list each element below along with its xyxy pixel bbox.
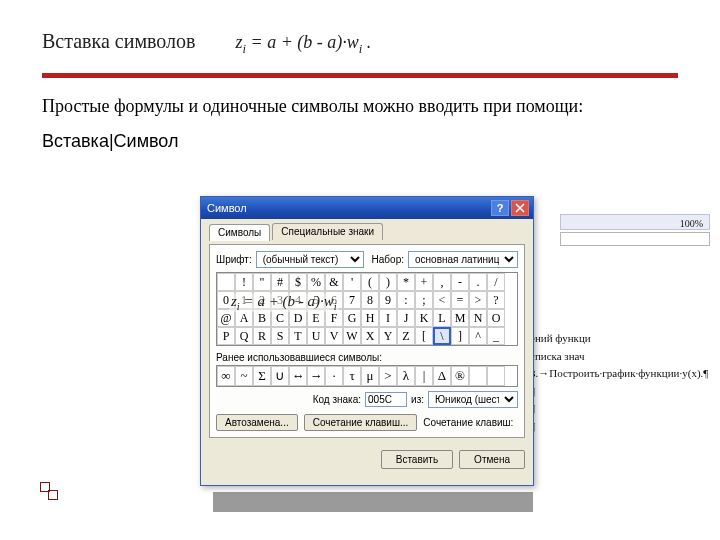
- char-cell[interactable]: %: [307, 273, 325, 291]
- char-cell[interactable]: ]: [451, 327, 469, 345]
- char-cell[interactable]: @: [217, 309, 235, 327]
- recent-char-cell[interactable]: λ: [397, 366, 415, 386]
- char-cell[interactable]: 9: [379, 291, 397, 309]
- char-cell[interactable]: P: [217, 327, 235, 345]
- char-cell[interactable]: ?: [487, 291, 505, 309]
- char-cell[interactable]: ;: [415, 291, 433, 309]
- char-cell[interactable]: G: [343, 309, 361, 327]
- char-cell[interactable]: K: [415, 309, 433, 327]
- char-cell[interactable]: \: [433, 327, 451, 345]
- char-cell[interactable]: Y: [379, 327, 397, 345]
- close-button[interactable]: [511, 200, 529, 216]
- dialog-titlebar[interactable]: Символ ?: [201, 197, 533, 219]
- char-cell[interactable]: S: [271, 327, 289, 345]
- doc-text-line: ¶: [530, 383, 710, 401]
- tab-special-chars[interactable]: Специальные знаки: [272, 223, 383, 240]
- shortcut-label: Сочетание клавиш:: [423, 417, 513, 428]
- character-grid[interactable]: zi = a + (b - a)·wi !"#$%&'()*+,-./01234…: [216, 272, 518, 346]
- recent-char-cell[interactable]: Σ: [253, 366, 271, 386]
- char-cell[interactable]: ": [253, 273, 271, 291]
- code-label: Код знака:: [313, 394, 361, 405]
- char-cell[interactable]: (: [361, 273, 379, 291]
- char-cell[interactable]: [: [415, 327, 433, 345]
- char-cell[interactable]: $: [289, 273, 307, 291]
- char-cell[interactable]: Z: [397, 327, 415, 345]
- recent-char-cell[interactable]: [469, 366, 487, 386]
- char-cell[interactable]: 8: [361, 291, 379, 309]
- recent-char-cell[interactable]: ~: [235, 366, 253, 386]
- recent-char-cell[interactable]: ·: [325, 366, 343, 386]
- recent-char-cell[interactable]: →: [307, 366, 325, 386]
- char-cell[interactable]: V: [325, 327, 343, 345]
- insert-button[interactable]: Вставить: [381, 450, 453, 469]
- char-cell[interactable]: /: [487, 273, 505, 291]
- recent-char-cell[interactable]: ∞: [217, 366, 235, 386]
- char-cell[interactable]: 2: [253, 291, 271, 309]
- char-cell[interactable]: X: [361, 327, 379, 345]
- char-cell[interactable]: ,: [433, 273, 451, 291]
- char-cell[interactable]: B: [253, 309, 271, 327]
- char-cell[interactable]: -: [451, 273, 469, 291]
- char-cell[interactable]: J: [397, 309, 415, 327]
- char-cell[interactable]: <: [433, 291, 451, 309]
- char-cell[interactable]: 0: [217, 291, 235, 309]
- char-cell[interactable]: >: [469, 291, 487, 309]
- char-cell[interactable]: O: [487, 309, 505, 327]
- shortcut-button[interactable]: Сочетание клавиш...: [304, 414, 418, 431]
- char-cell[interactable]: Q: [235, 327, 253, 345]
- char-cell[interactable]: A: [235, 309, 253, 327]
- char-cell[interactable]: *: [397, 273, 415, 291]
- char-cell[interactable]: 6: [325, 291, 343, 309]
- char-cell[interactable]: E: [307, 309, 325, 327]
- char-cell[interactable]: ': [343, 273, 361, 291]
- char-cell[interactable]: C: [271, 309, 289, 327]
- char-cell[interactable]: L: [433, 309, 451, 327]
- tab-symbols[interactable]: Символы: [209, 224, 270, 241]
- char-cell[interactable]: R: [253, 327, 271, 345]
- char-cell[interactable]: W: [343, 327, 361, 345]
- cancel-button[interactable]: Отмена: [459, 450, 525, 469]
- char-cell[interactable]: [217, 273, 235, 291]
- char-cell[interactable]: N: [469, 309, 487, 327]
- char-cell[interactable]: 4: [289, 291, 307, 309]
- char-cell[interactable]: T: [289, 327, 307, 345]
- recent-char-cell[interactable]: Δ: [433, 366, 451, 386]
- char-cell[interactable]: 7: [343, 291, 361, 309]
- char-cell[interactable]: _: [487, 327, 505, 345]
- recent-char-cell[interactable]: ∪: [271, 366, 289, 386]
- char-cell[interactable]: +: [415, 273, 433, 291]
- char-cell[interactable]: I: [379, 309, 397, 327]
- char-cell[interactable]: ): [379, 273, 397, 291]
- doc-text-line: списка знач: [530, 348, 710, 366]
- recent-grid[interactable]: ∞~Σ∪↔→·τμ>λ|Δ®: [216, 365, 518, 387]
- char-cell[interactable]: 3: [271, 291, 289, 309]
- recent-char-cell[interactable]: ↔: [289, 366, 307, 386]
- char-cell[interactable]: :: [397, 291, 415, 309]
- code-input[interactable]: [365, 392, 407, 407]
- char-cell[interactable]: =: [451, 291, 469, 309]
- char-cell[interactable]: !: [235, 273, 253, 291]
- set-select[interactable]: основная латиница: [408, 251, 518, 268]
- recent-char-cell[interactable]: >: [379, 366, 397, 386]
- char-cell[interactable]: D: [289, 309, 307, 327]
- char-cell[interactable]: U: [307, 327, 325, 345]
- recent-char-cell[interactable]: |: [415, 366, 433, 386]
- help-button[interactable]: ?: [491, 200, 509, 216]
- char-cell[interactable]: ^: [469, 327, 487, 345]
- autocorrect-button[interactable]: Автозамена...: [216, 414, 298, 431]
- char-cell[interactable]: 1: [235, 291, 253, 309]
- char-cell[interactable]: &: [325, 273, 343, 291]
- char-cell[interactable]: H: [361, 309, 379, 327]
- from-select[interactable]: Юникод (шестн.): [428, 391, 518, 408]
- char-cell[interactable]: F: [325, 309, 343, 327]
- char-cell[interactable]: .: [469, 273, 487, 291]
- font-select[interactable]: (обычный текст): [256, 251, 364, 268]
- from-label: из:: [411, 394, 424, 405]
- recent-char-cell[interactable]: μ: [361, 366, 379, 386]
- char-cell[interactable]: #: [271, 273, 289, 291]
- recent-char-cell[interactable]: ®: [451, 366, 469, 386]
- char-cell[interactable]: 5: [307, 291, 325, 309]
- recent-char-cell[interactable]: τ: [343, 366, 361, 386]
- recent-char-cell[interactable]: [487, 366, 505, 386]
- char-cell[interactable]: M: [451, 309, 469, 327]
